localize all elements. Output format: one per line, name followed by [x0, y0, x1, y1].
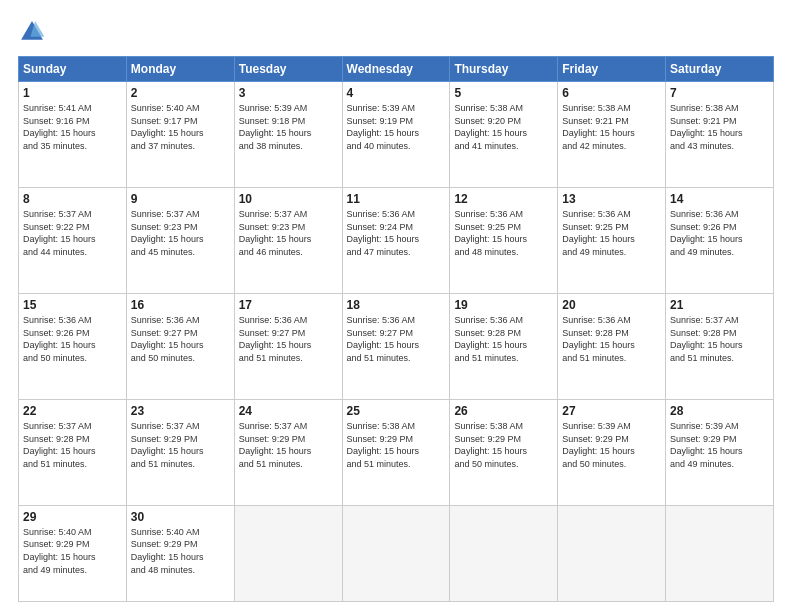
day-number: 26 [454, 404, 553, 418]
day-info: Sunrise: 5:36 AM Sunset: 9:27 PM Dayligh… [239, 314, 338, 364]
week-row-4: 22Sunrise: 5:37 AM Sunset: 9:28 PM Dayli… [19, 399, 774, 505]
day-info: Sunrise: 5:36 AM Sunset: 9:26 PM Dayligh… [670, 208, 769, 258]
day-number: 28 [670, 404, 769, 418]
header-row: SundayMondayTuesdayWednesdayThursdayFrid… [19, 57, 774, 82]
header-sunday: Sunday [19, 57, 127, 82]
day-number: 30 [131, 510, 230, 524]
day-number: 24 [239, 404, 338, 418]
calendar-cell: 23Sunrise: 5:37 AM Sunset: 9:29 PM Dayli… [126, 399, 234, 505]
day-number: 18 [347, 298, 446, 312]
week-row-1: 1Sunrise: 5:41 AM Sunset: 9:16 PM Daylig… [19, 82, 774, 188]
day-info: Sunrise: 5:40 AM Sunset: 9:29 PM Dayligh… [23, 526, 122, 576]
day-info: Sunrise: 5:40 AM Sunset: 9:29 PM Dayligh… [131, 526, 230, 576]
day-number: 11 [347, 192, 446, 206]
header-saturday: Saturday [666, 57, 774, 82]
day-number: 13 [562, 192, 661, 206]
day-number: 16 [131, 298, 230, 312]
calendar-table: SundayMondayTuesdayWednesdayThursdayFrid… [18, 56, 774, 602]
calendar-cell: 20Sunrise: 5:36 AM Sunset: 9:28 PM Dayli… [558, 293, 666, 399]
logo-icon [18, 18, 46, 46]
day-info: Sunrise: 5:39 AM Sunset: 9:29 PM Dayligh… [670, 420, 769, 470]
day-info: Sunrise: 5:39 AM Sunset: 9:18 PM Dayligh… [239, 102, 338, 152]
day-number: 27 [562, 404, 661, 418]
calendar-cell [450, 505, 558, 601]
calendar-cell: 11Sunrise: 5:36 AM Sunset: 9:24 PM Dayli… [342, 187, 450, 293]
calendar-cell: 10Sunrise: 5:37 AM Sunset: 9:23 PM Dayli… [234, 187, 342, 293]
calendar-cell: 6Sunrise: 5:38 AM Sunset: 9:21 PM Daylig… [558, 82, 666, 188]
week-row-5: 29Sunrise: 5:40 AM Sunset: 9:29 PM Dayli… [19, 505, 774, 601]
calendar-cell: 1Sunrise: 5:41 AM Sunset: 9:16 PM Daylig… [19, 82, 127, 188]
day-info: Sunrise: 5:36 AM Sunset: 9:24 PM Dayligh… [347, 208, 446, 258]
day-info: Sunrise: 5:38 AM Sunset: 9:29 PM Dayligh… [454, 420, 553, 470]
day-info: Sunrise: 5:38 AM Sunset: 9:29 PM Dayligh… [347, 420, 446, 470]
page: SundayMondayTuesdayWednesdayThursdayFrid… [0, 0, 792, 612]
day-info: Sunrise: 5:38 AM Sunset: 9:21 PM Dayligh… [562, 102, 661, 152]
calendar-cell: 2Sunrise: 5:40 AM Sunset: 9:17 PM Daylig… [126, 82, 234, 188]
calendar-cell: 15Sunrise: 5:36 AM Sunset: 9:26 PM Dayli… [19, 293, 127, 399]
day-number: 21 [670, 298, 769, 312]
week-row-2: 8Sunrise: 5:37 AM Sunset: 9:22 PM Daylig… [19, 187, 774, 293]
calendar-cell: 3Sunrise: 5:39 AM Sunset: 9:18 PM Daylig… [234, 82, 342, 188]
day-number: 22 [23, 404, 122, 418]
day-number: 25 [347, 404, 446, 418]
day-info: Sunrise: 5:37 AM Sunset: 9:23 PM Dayligh… [239, 208, 338, 258]
day-number: 10 [239, 192, 338, 206]
calendar-cell: 30Sunrise: 5:40 AM Sunset: 9:29 PM Dayli… [126, 505, 234, 601]
calendar-cell: 26Sunrise: 5:38 AM Sunset: 9:29 PM Dayli… [450, 399, 558, 505]
day-info: Sunrise: 5:36 AM Sunset: 9:27 PM Dayligh… [347, 314, 446, 364]
day-info: Sunrise: 5:37 AM Sunset: 9:29 PM Dayligh… [239, 420, 338, 470]
calendar-cell: 9Sunrise: 5:37 AM Sunset: 9:23 PM Daylig… [126, 187, 234, 293]
day-number: 19 [454, 298, 553, 312]
day-info: Sunrise: 5:38 AM Sunset: 9:20 PM Dayligh… [454, 102, 553, 152]
day-number: 17 [239, 298, 338, 312]
calendar-cell: 13Sunrise: 5:36 AM Sunset: 9:25 PM Dayli… [558, 187, 666, 293]
day-info: Sunrise: 5:37 AM Sunset: 9:28 PM Dayligh… [670, 314, 769, 364]
header-monday: Monday [126, 57, 234, 82]
day-number: 15 [23, 298, 122, 312]
calendar-cell: 28Sunrise: 5:39 AM Sunset: 9:29 PM Dayli… [666, 399, 774, 505]
calendar-cell: 21Sunrise: 5:37 AM Sunset: 9:28 PM Dayli… [666, 293, 774, 399]
day-number: 1 [23, 86, 122, 100]
day-number: 2 [131, 86, 230, 100]
day-info: Sunrise: 5:36 AM Sunset: 9:27 PM Dayligh… [131, 314, 230, 364]
day-info: Sunrise: 5:40 AM Sunset: 9:17 PM Dayligh… [131, 102, 230, 152]
day-number: 20 [562, 298, 661, 312]
calendar-cell: 14Sunrise: 5:36 AM Sunset: 9:26 PM Dayli… [666, 187, 774, 293]
day-info: Sunrise: 5:36 AM Sunset: 9:25 PM Dayligh… [562, 208, 661, 258]
calendar-cell [558, 505, 666, 601]
header-tuesday: Tuesday [234, 57, 342, 82]
day-number: 7 [670, 86, 769, 100]
header-friday: Friday [558, 57, 666, 82]
calendar-cell: 4Sunrise: 5:39 AM Sunset: 9:19 PM Daylig… [342, 82, 450, 188]
calendar-cell [666, 505, 774, 601]
calendar-cell [342, 505, 450, 601]
day-number: 5 [454, 86, 553, 100]
day-number: 6 [562, 86, 661, 100]
calendar-cell: 16Sunrise: 5:36 AM Sunset: 9:27 PM Dayli… [126, 293, 234, 399]
day-number: 9 [131, 192, 230, 206]
day-info: Sunrise: 5:36 AM Sunset: 9:26 PM Dayligh… [23, 314, 122, 364]
calendar-cell: 17Sunrise: 5:36 AM Sunset: 9:27 PM Dayli… [234, 293, 342, 399]
day-info: Sunrise: 5:36 AM Sunset: 9:25 PM Dayligh… [454, 208, 553, 258]
calendar-cell: 18Sunrise: 5:36 AM Sunset: 9:27 PM Dayli… [342, 293, 450, 399]
day-info: Sunrise: 5:38 AM Sunset: 9:21 PM Dayligh… [670, 102, 769, 152]
calendar-cell: 25Sunrise: 5:38 AM Sunset: 9:29 PM Dayli… [342, 399, 450, 505]
calendar-cell: 12Sunrise: 5:36 AM Sunset: 9:25 PM Dayli… [450, 187, 558, 293]
header [18, 18, 774, 46]
week-row-3: 15Sunrise: 5:36 AM Sunset: 9:26 PM Dayli… [19, 293, 774, 399]
day-info: Sunrise: 5:41 AM Sunset: 9:16 PM Dayligh… [23, 102, 122, 152]
day-info: Sunrise: 5:36 AM Sunset: 9:28 PM Dayligh… [562, 314, 661, 364]
calendar-cell: 29Sunrise: 5:40 AM Sunset: 9:29 PM Dayli… [19, 505, 127, 601]
day-info: Sunrise: 5:37 AM Sunset: 9:22 PM Dayligh… [23, 208, 122, 258]
day-info: Sunrise: 5:39 AM Sunset: 9:29 PM Dayligh… [562, 420, 661, 470]
day-number: 12 [454, 192, 553, 206]
calendar-cell [234, 505, 342, 601]
day-number: 23 [131, 404, 230, 418]
calendar-cell: 22Sunrise: 5:37 AM Sunset: 9:28 PM Dayli… [19, 399, 127, 505]
calendar-cell: 19Sunrise: 5:36 AM Sunset: 9:28 PM Dayli… [450, 293, 558, 399]
day-info: Sunrise: 5:37 AM Sunset: 9:23 PM Dayligh… [131, 208, 230, 258]
header-thursday: Thursday [450, 57, 558, 82]
header-wednesday: Wednesday [342, 57, 450, 82]
calendar-cell: 5Sunrise: 5:38 AM Sunset: 9:20 PM Daylig… [450, 82, 558, 188]
day-number: 14 [670, 192, 769, 206]
